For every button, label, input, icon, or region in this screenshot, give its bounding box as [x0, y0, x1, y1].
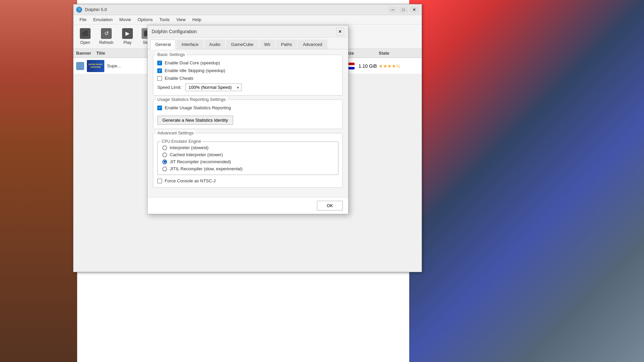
enable-idle-skip-label: Enable Idle Skipping (speedup) — [165, 68, 225, 73]
tab-gamecube[interactable]: GameCube — [226, 40, 258, 49]
radio-interpreter-label: Interpreter (slowest) — [170, 145, 209, 150]
refresh-icon: ↺ — [101, 28, 112, 39]
radio-jitil-row: JITIL Recompiler (slow, experimental) — [162, 166, 333, 171]
radio-cached-interpreter-label: Cached Interpreter (slower) — [170, 152, 223, 157]
dolphin-window: 🐬 Dolphin 5.0 ─ □ ✕ File Emulation Movie… — [73, 4, 422, 272]
open-button[interactable]: ⬛ Open — [76, 26, 94, 47]
menu-bar: File Emulation Movie Options Tools View … — [73, 15, 422, 24]
radio-cached-interpreter-row: Cached Interpreter (slower) — [162, 152, 333, 157]
dialog-title-bar: Dolphin Configuration ✕ — [148, 25, 348, 38]
col-header-size: Size — [345, 51, 379, 56]
dialog-title: Dolphin Configuration — [152, 29, 197, 34]
dialog-tabs: General Interface Audio GameCube Wii Pat… — [148, 38, 348, 49]
ok-button[interactable]: OK — [317, 201, 343, 210]
enable-dual-core-label: Enable Dual Core (speedup) — [165, 60, 220, 65]
basic-settings-legend: Basic Settings — [156, 52, 186, 57]
open-label: Open — [80, 40, 90, 45]
force-ntsc-j-label: Force Console as NTSC-J — [165, 178, 216, 183]
menu-tools[interactable]: Tools — [156, 16, 173, 23]
play-label: Play — [123, 40, 131, 45]
game-size-cell: 1.10 GiB — [345, 63, 379, 69]
title-bar-left: 🐬 Dolphin 5.0 — [76, 7, 107, 13]
enable-usage-stats-label: Enable Usage Statistics Reporting — [165, 105, 231, 110]
background-left — [0, 0, 77, 362]
enable-dual-core-checkbox[interactable] — [157, 61, 162, 65]
enable-usage-stats-row: Enable Usage Statistics Reporting — [157, 105, 338, 110]
basic-settings-group: Basic Settings Enable Dual Core (speedup… — [153, 55, 343, 96]
play-button[interactable]: ▶ Play — [118, 26, 137, 47]
enable-cheats-row: Enable Cheats — [157, 76, 338, 81]
speed-limit-label: Speed Limit: — [157, 85, 181, 90]
advanced-settings-legend: Advanced Settings — [156, 130, 195, 135]
close-button[interactable]: ✕ — [410, 6, 419, 13]
speed-limit-select-wrapper: 100% (Normal Speed) 50% (Half Speed) 75%… — [185, 83, 241, 91]
radio-jit-row: JIT Recompiler (recommended) — [162, 159, 333, 164]
dolphin-app-icon: 🐬 — [76, 7, 82, 13]
game-rating: ★★★★½ — [379, 63, 419, 69]
col-header-state: State — [379, 51, 419, 56]
usage-stats-legend: Usage Statistics Reporting Settings — [156, 97, 227, 102]
window-title: Dolphin 5.0 — [85, 7, 107, 12]
radio-jitil[interactable] — [162, 167, 167, 171]
dolphin-config-dialog: Dolphin Configuration ✕ General Interfac… — [147, 25, 348, 214]
tab-wii[interactable]: Wii — [259, 40, 275, 49]
game-size: 1.10 GiB — [359, 63, 377, 69]
cpu-engine-group: CPU Emulator Engine Interpreter (slowest… — [157, 141, 338, 175]
menu-emulation[interactable]: Emulation — [90, 16, 116, 23]
game-banner: SUPER MARIO SUNSHINE — [87, 60, 104, 72]
menu-help[interactable]: Help — [189, 16, 205, 23]
menu-file[interactable]: File — [76, 16, 90, 23]
tab-interface[interactable]: Interface — [176, 40, 204, 49]
enable-cheats-label: Enable Cheats — [165, 76, 193, 81]
usage-stats-group: Usage Statistics Reporting Settings Enab… — [153, 100, 343, 129]
enable-cheats-checkbox[interactable] — [157, 76, 162, 81]
tab-audio[interactable]: Audio — [204, 40, 225, 49]
radio-interpreter-row: Interpreter (slowest) — [162, 145, 333, 150]
refresh-label: Refresh — [99, 40, 113, 45]
radio-jit[interactable] — [162, 160, 167, 164]
cpu-engine-legend: CPU Emulator Engine — [160, 139, 202, 144]
title-bar: 🐬 Dolphin 5.0 ─ □ ✕ — [73, 4, 422, 15]
tab-paths[interactable]: Paths — [276, 40, 297, 49]
dialog-content: Basic Settings Enable Dual Core (speedup… — [148, 49, 348, 197]
force-ntsc-j-row: Force Console as NTSC-J — [157, 178, 338, 183]
radio-cached-interpreter[interactable] — [162, 153, 167, 157]
menu-movie[interactable]: Movie — [116, 16, 135, 23]
tab-general[interactable]: General — [150, 40, 176, 49]
menu-options[interactable]: Options — [134, 16, 156, 23]
title-bar-controls: ─ □ ✕ — [388, 6, 419, 13]
dialog-close-button[interactable]: ✕ — [336, 27, 344, 36]
advanced-settings-group: Advanced Settings CPU Emulator Engine In… — [153, 133, 343, 188]
tab-advanced[interactable]: Advanced — [298, 40, 327, 49]
radio-jit-label: JIT Recompiler (recommended) — [170, 159, 231, 164]
refresh-button[interactable]: ↺ Refresh — [96, 26, 117, 47]
gamecube-icon — [76, 62, 84, 70]
speed-limit-select[interactable]: 100% (Normal Speed) 50% (Half Speed) 75%… — [185, 83, 241, 91]
radio-interpreter[interactable] — [162, 145, 167, 150]
force-ntsc-j-checkbox[interactable] — [157, 179, 162, 183]
generate-identity-button[interactable]: Generate a New Statistics Identity — [157, 116, 233, 125]
maximize-button[interactable]: □ — [399, 6, 408, 13]
enable-idle-skip-row: Enable Idle Skipping (speedup) — [157, 68, 338, 73]
radio-jitil-label: JITIL Recompiler (slow, experimental) — [170, 166, 243, 171]
open-icon: ⬛ — [80, 28, 91, 39]
enable-dual-core-row: Enable Dual Core (speedup) — [157, 60, 338, 65]
play-icon: ▶ — [122, 28, 133, 39]
menu-view[interactable]: View — [173, 16, 189, 23]
col-header-banner: Banner — [76, 51, 96, 56]
minimize-button[interactable]: ─ — [388, 6, 397, 13]
speed-limit-row: Speed Limit: 100% (Normal Speed) 50% (Ha… — [157, 83, 338, 91]
enable-idle-skip-checkbox[interactable] — [157, 68, 162, 73]
background-right — [409, 0, 644, 362]
dialog-footer: OK — [148, 197, 348, 214]
enable-usage-stats-checkbox[interactable] — [157, 106, 162, 110]
